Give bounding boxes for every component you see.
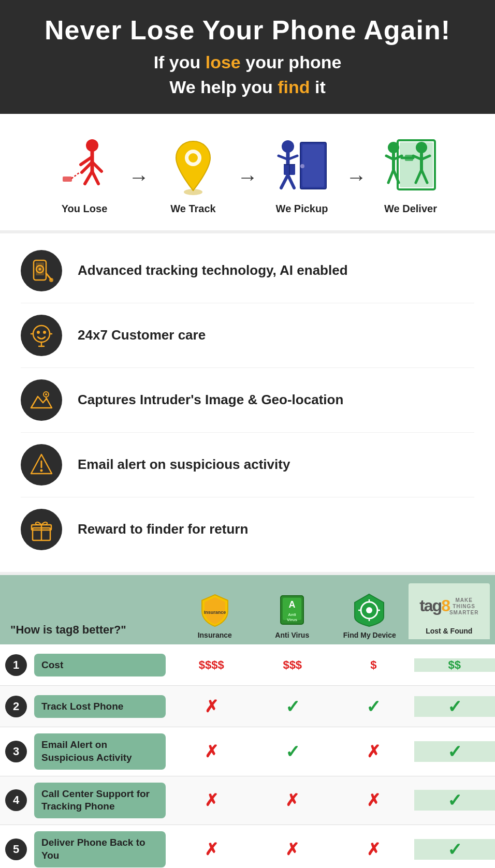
subtitle2-suffix: it <box>310 77 326 97</box>
svg-rect-0 <box>63 176 72 182</box>
col-name-insurance: Insurance <box>198 631 232 639</box>
check-call-tag8: ✓ <box>447 790 462 811</box>
cross-deliver-finddevice: ✗ <box>367 840 381 859</box>
cell-cost-finddevice: $ <box>333 658 414 672</box>
finddevice-icon <box>352 592 388 628</box>
cost-value-antivirus: $$$ <box>283 658 302 672</box>
svg-text:Anti: Anti <box>288 612 296 617</box>
feature-item-5: Reward to finder for return <box>21 497 474 562</box>
feature-item-1: Advanced tracking technology, AI enabled <box>21 239 474 303</box>
flow-arrow-2: → <box>235 166 260 215</box>
cell-deliver-antivirus: ✗ <box>252 840 333 859</box>
cost-value-tag8: $$ <box>448 658 461 672</box>
svg-point-14 <box>300 164 304 168</box>
svg-rect-39 <box>405 155 413 161</box>
row-text-email: Email Alert on Suspicious Activity <box>34 733 166 769</box>
feature-text-3: Captures Intruder's Image & Geo-location <box>78 391 343 409</box>
feature-icon-reward <box>21 509 62 550</box>
svg-line-18 <box>281 175 288 188</box>
flow-step-2: We Track <box>152 135 235 215</box>
svg-point-58 <box>40 469 43 472</box>
feature-text-1: Advanced tracking technology, AI enabled <box>78 262 348 279</box>
col-header-insurance: Insurance Insurance <box>176 592 254 639</box>
cell-track-insurance: ✗ <box>171 697 252 716</box>
cell-track-finddevice: ✓ <box>333 696 414 717</box>
flow-label-1: You Lose <box>62 203 108 215</box>
subtitle2-prefix: We help you <box>169 77 278 97</box>
cell-cost-insurance: $$$$ <box>171 658 252 672</box>
row-number-3: 3 <box>5 741 27 762</box>
table-row-5: 5 Deliver Phone Back to You ✗ ✗ ✗ ✓ <box>0 825 495 868</box>
cell-call-finddevice: ✗ <box>333 790 414 810</box>
svg-line-1 <box>71 172 80 179</box>
check-email-tag8: ✓ <box>447 741 462 762</box>
flow-section: You Lose → We Track → <box>0 114 495 230</box>
svg-point-26 <box>388 142 399 153</box>
cost-value-insurance: $$$$ <box>199 658 224 672</box>
cell-email-insurance: ✗ <box>171 742 252 761</box>
check-track-finddevice: ✓ <box>366 696 381 717</box>
table-row-3: 3 Email Alert on Suspicious Activity ✗ ✓… <box>0 727 495 776</box>
row-label-deliver: 5 Deliver Phone Back to You <box>0 825 171 868</box>
cross-email-insurance: ✗ <box>205 742 219 761</box>
cross-track-insurance: ✗ <box>205 697 219 716</box>
flow-icon-lose <box>60 135 109 197</box>
cell-call-insurance: ✗ <box>171 790 252 810</box>
svg-line-19 <box>288 175 294 188</box>
svg-point-2 <box>86 139 98 152</box>
svg-point-11 <box>188 153 198 163</box>
flow-label-4: We Deliver <box>384 203 437 215</box>
row-number-4: 4 <box>5 789 27 811</box>
cell-call-tag8: ✓ <box>414 790 496 811</box>
cell-cost-tag8: $$ <box>414 658 496 672</box>
svg-point-70 <box>366 607 372 613</box>
svg-point-47 <box>37 331 40 334</box>
flow-label-3: We Pickup <box>276 203 328 215</box>
flow-icon-track <box>170 135 216 197</box>
flow-icon-pickup <box>273 135 330 197</box>
row-label-callcenter: 4 Call Center Support for Tracking Phone <box>0 776 171 825</box>
row-text-callcenter: Call Center Support for Tracking Phone <box>34 783 166 818</box>
svg-point-15 <box>282 140 294 153</box>
svg-point-32 <box>416 142 427 153</box>
cell-track-tag8: ✓ <box>414 696 496 717</box>
svg-text:Insurance: Insurance <box>203 610 226 615</box>
cell-deliver-finddevice: ✗ <box>333 840 414 859</box>
svg-text:Virus: Virus <box>287 617 297 622</box>
feature-text-5: Reward to finder for return <box>78 521 248 538</box>
cell-track-antivirus: ✓ <box>252 696 333 717</box>
col-header-finddevice: Find My Device <box>331 592 409 639</box>
subtitle2-find: find <box>278 77 310 97</box>
check-deliver-tag8: ✓ <box>447 839 462 860</box>
col-name-tag8: Lost & Found <box>426 627 472 635</box>
insurance-icon: Insurance <box>197 592 233 628</box>
feature-text-4: Email alert on suspicious activity <box>78 456 290 474</box>
table-row-2: 2 Track Lost Phone ✗ ✓ ✓ ✓ <box>0 686 495 727</box>
feature-item-2: 24x7 Customer care <box>21 303 474 368</box>
svg-line-28 <box>388 170 394 183</box>
row-text-deliver: Deliver Phone Back to You <box>34 831 166 867</box>
flow-step-4: We Deliver <box>369 135 452 215</box>
flow-step-3: We Pickup <box>260 135 343 215</box>
svg-text:A: A <box>289 599 296 610</box>
flow-arrow-3: → <box>343 166 369 215</box>
svg-point-56 <box>45 393 47 395</box>
flow-step-1: You Lose <box>43 135 126 215</box>
svg-line-6 <box>85 171 92 184</box>
features-section: Advanced tracking technology, AI enabled… <box>0 233 495 572</box>
subtitle: If you lose your phone We help you find … <box>10 50 485 99</box>
cell-call-antivirus: ✗ <box>252 790 333 810</box>
cell-email-tag8: ✓ <box>414 741 496 762</box>
subtitle-lose: lose <box>206 52 241 72</box>
page-header: Never Lose Your Phone Again! If you lose… <box>0 0 495 114</box>
tag8-icon: tag8 MAKE THINGS SMARTER <box>431 587 467 624</box>
svg-point-46 <box>33 326 50 342</box>
col-name-antivirus: Anti Virus <box>275 631 309 639</box>
svg-line-7 <box>92 171 98 184</box>
svg-point-45 <box>49 278 53 282</box>
svg-rect-13 <box>302 144 324 187</box>
feature-item-4: Email alert on suspicious activity <box>21 433 474 497</box>
cell-deliver-tag8: ✓ <box>414 839 496 860</box>
cross-deliver-insurance: ✗ <box>205 840 219 859</box>
feature-icon-capture <box>21 379 62 421</box>
